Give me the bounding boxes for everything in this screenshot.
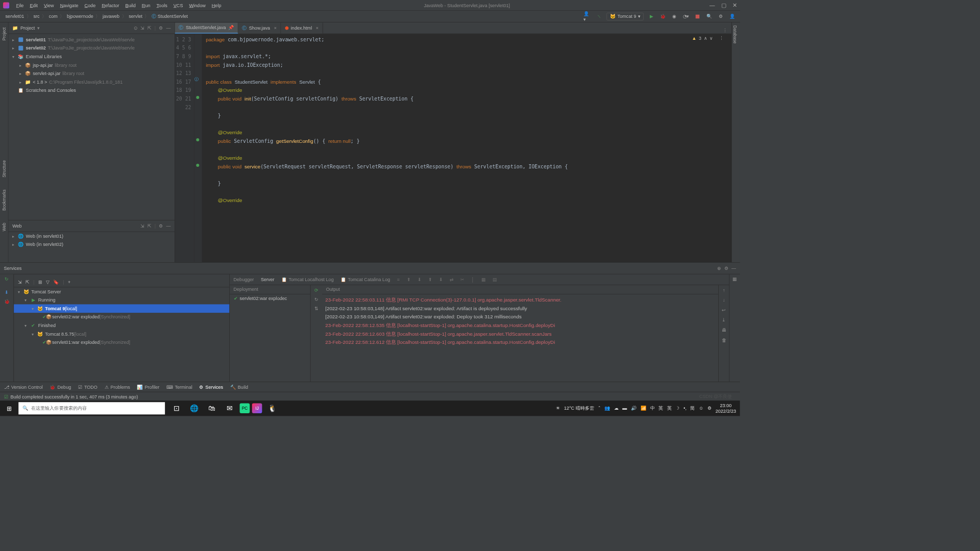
menu-view[interactable]: View bbox=[41, 3, 57, 8]
stop-button[interactable] bbox=[694, 13, 701, 20]
expand-icon[interactable]: ⇲ bbox=[18, 279, 22, 285]
collapse-all-icon[interactable]: ⇱ bbox=[148, 25, 152, 31]
editor-tab[interactable]: ⒸShow.java× bbox=[238, 23, 281, 34]
services-tree-row[interactable]: ▾🐱Tomcat 8.5.75 [local] bbox=[14, 330, 229, 338]
settings-button[interactable]: ⚙ bbox=[717, 13, 724, 20]
store-icon[interactable]: 🛍 bbox=[204, 400, 219, 416]
svc-tab[interactable]: 📋Tomcat Catalina Log bbox=[340, 277, 390, 282]
deployment-item[interactable]: ✔ servlet02:war explodec bbox=[230, 294, 310, 303]
hide-icon[interactable]: — bbox=[166, 25, 170, 31]
minimize-button[interactable]: — bbox=[709, 2, 715, 8]
tray-onedrive-icon[interactable]: ☁ bbox=[614, 406, 619, 411]
services-tree[interactable]: ▾🐱Tomcat Server▾▶Running▾🐱Tomcat 9 [loca… bbox=[14, 287, 229, 346]
project-tool-tab[interactable]: Project bbox=[1, 24, 7, 44]
coverage-button[interactable]: ◉ bbox=[671, 13, 678, 20]
tree-row[interactable]: ▸📁< 1.8 >C:\Program Files\Java\jdk1.8.0_… bbox=[9, 78, 175, 87]
crumb-2[interactable]: com bbox=[47, 13, 59, 19]
menu-help[interactable]: Help bbox=[209, 3, 225, 8]
collapse-icon[interactable]: ⇱ bbox=[148, 223, 152, 229]
editor-tab[interactable]: ⬢index.html× bbox=[281, 23, 323, 34]
scroll-icon[interactable]: ⤓ bbox=[722, 317, 726, 323]
start-button[interactable]: ⊞ bbox=[0, 400, 18, 416]
expand-icon[interactable]: ⇲ bbox=[140, 223, 144, 229]
deploy-icon[interactable]: ⬇ bbox=[5, 290, 9, 295]
svc-tab[interactable]: Debugger bbox=[234, 277, 254, 282]
ime-mode[interactable]: 英 bbox=[658, 405, 663, 412]
menu-edit[interactable]: Edit bbox=[27, 3, 41, 8]
svc-tab[interactable]: Server bbox=[261, 277, 275, 282]
tree-row[interactable]: 📋Scratches and Consoles bbox=[9, 86, 175, 95]
search-button[interactable]: 🔍 bbox=[705, 13, 713, 20]
up-icon[interactable]: ↑ bbox=[723, 287, 725, 293]
layout-icon[interactable]: ▦ bbox=[732, 277, 737, 282]
avatar-icon[interactable]: 👤 bbox=[728, 13, 736, 20]
menu-vcs[interactable]: VCS bbox=[170, 3, 186, 8]
more-icon[interactable]: ⋮ bbox=[719, 35, 724, 41]
gear-icon[interactable]: ⚙ bbox=[159, 223, 163, 229]
expand-all-icon[interactable]: ⇲ bbox=[140, 25, 144, 31]
bottom-tab-services[interactable]: ⚙Services bbox=[199, 384, 223, 390]
ime-1[interactable]: 英 bbox=[667, 405, 672, 412]
bookmark-icon[interactable]: 🔖 bbox=[53, 279, 59, 285]
moon-icon[interactable]: ☽ bbox=[675, 406, 679, 411]
svc-action-icon[interactable]: ⬆ bbox=[407, 277, 411, 282]
svc-action-icon[interactable]: ✂ bbox=[460, 277, 464, 282]
group-icon[interactable]: ⊞ bbox=[38, 279, 42, 285]
web-tree-row[interactable]: ▸🌐Web (in servlet01) bbox=[9, 232, 175, 241]
close-button[interactable]: ✕ bbox=[732, 2, 737, 8]
svc-action-icon[interactable]: ≡ bbox=[397, 277, 400, 282]
profile-button[interactable]: ◔▾ bbox=[682, 13, 690, 20]
prev-highlight-icon[interactable]: ∧ bbox=[704, 35, 707, 41]
code-editor[interactable]: package com.bjpowernode.javaweb.servlet;… bbox=[202, 34, 731, 262]
menu-build[interactable]: Build bbox=[122, 3, 139, 8]
svc-action-icon[interactable]: ⬇ bbox=[418, 277, 422, 282]
qq-icon[interactable]: 🐧 bbox=[264, 400, 280, 416]
svc-action-icon[interactable]: ▤ bbox=[493, 277, 497, 282]
select-opened-icon[interactable]: ⊙ bbox=[134, 25, 138, 31]
editor-tab[interactable]: ⒸStudentServlet.java📌 bbox=[175, 23, 238, 34]
services-tree-row[interactable]: ▾🐱Tomcat 9 [local] bbox=[14, 304, 229, 313]
crumb-5[interactable]: servlet bbox=[127, 13, 144, 19]
mail-icon[interactable]: ✉ bbox=[222, 400, 237, 416]
build-icon[interactable]: ⟍ bbox=[595, 13, 603, 20]
run-config-selector[interactable]: 🐱 Tomcat 9 ▾ bbox=[607, 13, 644, 20]
crumb-6[interactable]: Ⓒ StudentServlet bbox=[150, 13, 189, 19]
tree-row[interactable]: ▸servlet01T:\JavaPoJie_projectcode\JavaW… bbox=[9, 35, 175, 44]
user-icon[interactable]: 👤▾ bbox=[583, 13, 591, 20]
services-tree-row[interactable]: ▾🐱Tomcat Server bbox=[14, 287, 229, 296]
svc-tab[interactable]: 📋Tomcat Localhost Log bbox=[281, 277, 333, 282]
bottom-tab-todo[interactable]: ☑TODO bbox=[78, 384, 97, 390]
face-icon[interactable]: ☺ bbox=[699, 406, 703, 411]
taskbar-search[interactable]: 🔍 在这里输入你要搜索的内容 bbox=[18, 402, 165, 414]
hide-icon[interactable]: — bbox=[731, 266, 736, 271]
bottom-tab-terminal[interactable]: ⌨Terminal bbox=[166, 384, 192, 390]
menu-tools[interactable]: Tools bbox=[154, 3, 170, 8]
clock-time[interactable]: 23:00 bbox=[716, 403, 736, 409]
bottom-tab-profiler[interactable]: 📊Profiler bbox=[137, 384, 159, 390]
menu-navigate[interactable]: Navigate bbox=[57, 3, 82, 8]
ime-lang[interactable]: 中 bbox=[650, 405, 655, 412]
tray-battery-icon[interactable]: ▬ bbox=[622, 406, 627, 411]
reload-icon[interactable]: ↻ bbox=[314, 296, 318, 302]
next-highlight-icon[interactable]: ∨ bbox=[709, 35, 713, 41]
services-tree-row[interactable]: ✔📦servlet01:war exploded [Synchronized] bbox=[14, 338, 229, 347]
menu-run[interactable]: Run bbox=[139, 3, 154, 8]
run-button[interactable]: ▶ bbox=[647, 13, 655, 20]
hide-icon[interactable]: — bbox=[166, 223, 170, 229]
bottom-tab-debug[interactable]: 🐞Debug bbox=[50, 384, 71, 390]
bookmarks-tool-tab[interactable]: Bookmarks bbox=[1, 186, 7, 214]
restart-icon[interactable]: ⟳ bbox=[314, 287, 318, 293]
svc-action-icon[interactable]: ⬆ bbox=[428, 277, 432, 282]
debug-button[interactable]: 🐞 bbox=[659, 13, 667, 20]
maximize-button[interactable]: ▢ bbox=[721, 2, 726, 8]
svc-action-icon[interactable]: ▦ bbox=[481, 277, 485, 282]
bottom-tab-problems[interactable]: ⚠Problems bbox=[105, 384, 130, 390]
down-icon[interactable]: ↓ bbox=[723, 297, 725, 303]
services-tree-row[interactable]: ▾▶Running bbox=[14, 296, 229, 305]
weather-icon[interactable]: ☀ bbox=[556, 406, 560, 411]
filter-icon[interactable]: ▽ bbox=[46, 279, 50, 285]
collapse-icon[interactable]: ⇱ bbox=[26, 279, 30, 285]
debug-icon[interactable]: 🐞 bbox=[4, 299, 10, 305]
tree-row[interactable]: ▸📦servlet-api.jarlibrary root bbox=[9, 69, 175, 78]
bottom-tab-build[interactable]: 🔨Build bbox=[230, 384, 248, 390]
